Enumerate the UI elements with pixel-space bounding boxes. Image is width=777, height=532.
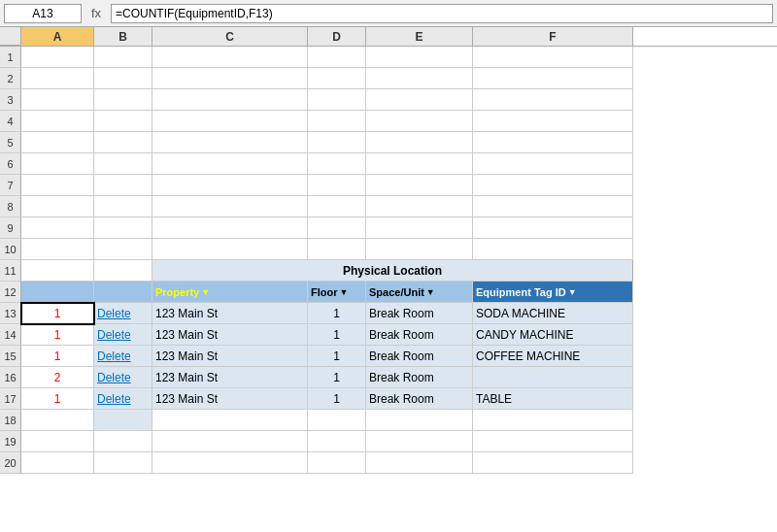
col-header-B[interactable]: B — [94, 27, 152, 47]
cell-c13[interactable]: 123 Main St — [152, 303, 308, 324]
floor-filter-icon[interactable]: ▼ — [340, 287, 349, 297]
space-unit-header[interactable]: Space/Unit ▼ — [366, 282, 473, 303]
cell-reference[interactable]: A13 — [4, 4, 82, 23]
row-6: 6 — [0, 153, 777, 175]
formula-bar[interactable]: =COUNTIF(EquipmentID,F13) — [111, 4, 773, 23]
row-18: 18 — [0, 410, 777, 431]
row-5: 5 — [0, 132, 777, 153]
cell-d17[interactable]: 1 — [308, 388, 366, 410]
cell-b13[interactable]: Delete — [94, 303, 152, 324]
delete-link-16[interactable]: Delete — [97, 371, 131, 384]
col-header-C[interactable]: C — [152, 27, 308, 47]
cell-c16[interactable]: 123 Main St — [152, 367, 308, 388]
row-7: 7 — [0, 175, 777, 196]
cell-a1[interactable] — [21, 47, 94, 68]
cell-e13[interactable]: Break Room — [366, 303, 473, 324]
cell-b17[interactable]: Delete — [94, 388, 152, 410]
cell-e14[interactable]: Break Room — [366, 324, 473, 346]
equipment-tag-header[interactable]: Equipment Tag ID ▼ — [473, 282, 633, 303]
cell-b14[interactable]: Delete — [94, 324, 152, 346]
cell-a14[interactable]: 1 — [21, 324, 94, 346]
cell-f16[interactable] — [473, 367, 633, 388]
delete-link-15[interactable]: Delete — [97, 349, 131, 363]
row-19: 19 — [0, 431, 777, 452]
cell-b1[interactable] — [94, 47, 152, 68]
cell-f15[interactable]: COFFEE MACHINE — [473, 346, 633, 367]
cell-d13[interactable]: 1 — [308, 303, 366, 324]
property-header[interactable]: Property ▼ — [152, 282, 308, 303]
cell-c15[interactable]: 123 Main St — [152, 346, 308, 367]
cell-a17[interactable]: 1 — [21, 388, 94, 410]
row-11: 11 Physical Location — [0, 260, 777, 282]
cell-f17[interactable]: TABLE — [473, 388, 633, 410]
delete-link-13[interactable]: Delete — [97, 307, 131, 320]
row-1: 1 — [0, 47, 777, 68]
col-header-A[interactable]: A — [21, 27, 94, 47]
cell-e16[interactable]: Break Room — [366, 367, 473, 388]
col-header-E[interactable]: E — [366, 27, 473, 47]
cell-f1[interactable] — [473, 47, 633, 68]
cell-e1[interactable] — [366, 47, 473, 68]
row-17: 17 1 Delete 123 Main St 1 Break Room TAB… — [0, 388, 777, 410]
cell-b15[interactable]: Delete — [94, 346, 152, 367]
cell-a15[interactable]: 1 — [21, 346, 94, 367]
cell-c14[interactable]: 123 Main St — [152, 324, 308, 346]
col-header-D[interactable]: D — [308, 27, 366, 47]
cell-a16[interactable]: 2 — [21, 367, 94, 388]
col-header-F[interactable]: F — [473, 27, 633, 47]
row-13: 13 1 Delete 123 Main St 1 Break Room SOD… — [0, 303, 777, 324]
row-15: 15 1 Delete 123 Main St 1 Break Room COF… — [0, 346, 777, 367]
equipment-filter-icon[interactable]: ▼ — [568, 287, 577, 297]
data-rows: 1 2 3 4 — [0, 47, 777, 474]
row-4: 4 — [0, 111, 777, 132]
spreadsheet: A B C D E F 1 2 3 — [0, 27, 777, 474]
property-filter-icon[interactable]: ▼ — [201, 287, 210, 297]
row-2: 2 — [0, 68, 777, 89]
cell-d15[interactable]: 1 — [308, 346, 366, 367]
cell-d16[interactable]: 1 — [308, 367, 366, 388]
cell-d14[interactable]: 1 — [308, 324, 366, 346]
space-unit-filter-icon[interactable]: ▼ — [426, 287, 435, 297]
floor-header[interactable]: Floor ▼ — [308, 282, 366, 303]
top-bar: A13 fx =COUNTIF(EquipmentID,F13) — [0, 0, 777, 27]
physical-location-header: Physical Location — [152, 260, 633, 282]
row-8: 8 — [0, 196, 777, 217]
formula-icon: fx — [82, 6, 111, 20]
cell-d1[interactable] — [308, 47, 366, 68]
cell-e17[interactable]: Break Room — [366, 388, 473, 410]
corner-cell — [0, 27, 21, 46]
row-20: 20 — [0, 452, 777, 474]
cell-b16[interactable]: Delete — [94, 367, 152, 388]
delete-link-14[interactable]: Delete — [97, 328, 131, 342]
cell-e15[interactable]: Break Room — [366, 346, 473, 367]
cell-f14[interactable]: CANDY MACHINE — [473, 324, 633, 346]
row-9: 9 — [0, 217, 777, 239]
cell-f13[interactable]: SODA MACHINE — [473, 303, 633, 324]
row-16: 16 2 Delete 123 Main St 1 Break Room — [0, 367, 777, 388]
cell-c1[interactable] — [152, 47, 308, 68]
row-12: 12 Property ▼ Floor ▼ Space/Unit ▼ Equip… — [0, 282, 777, 303]
row-10: 10 — [0, 239, 777, 260]
cell-a13[interactable]: 1 — [21, 303, 94, 324]
delete-link-17[interactable]: Delete — [97, 392, 131, 406]
cell-c17[interactable]: 123 Main St — [152, 388, 308, 410]
col-headers-row: A B C D E F — [0, 27, 777, 47]
row-3: 3 — [0, 89, 777, 111]
row-14: 14 1 Delete 123 Main St 1 Break Room CAN… — [0, 324, 777, 346]
